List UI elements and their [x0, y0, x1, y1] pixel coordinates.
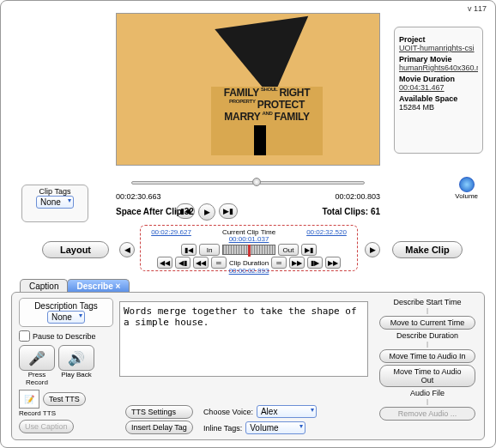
go-start-button[interactable]: ▮◀: [181, 244, 197, 256]
volume-knob-icon[interactable]: [459, 177, 475, 192]
description-textarea[interactable]: Words merge together to take the shape o…: [119, 301, 368, 377]
move-time-audio-out-button[interactable]: Move Time to Audio Out: [379, 365, 475, 387]
play-back-label: Play Back: [58, 371, 94, 386]
tab-describe[interactable]: Describe ×: [67, 279, 130, 293]
description-tags-title: Description Tags: [22, 301, 110, 311]
record-tts-icon[interactable]: 📝: [19, 390, 39, 409]
primary-movie-value[interactable]: humanRights640x360.m: [399, 64, 478, 72]
pause-to-describe-label: Pause to Describe: [33, 332, 96, 341]
use-caption-button[interactable]: Use Caption: [19, 420, 74, 433]
remove-audio-button[interactable]: Remove Audio ...: [379, 407, 475, 421]
main-scrubber[interactable]: [116, 176, 380, 190]
tts-settings-button[interactable]: TTS Settings: [125, 405, 193, 419]
total-clips-value: 61: [371, 207, 380, 216]
space-after-label: Space After Clip 32: [116, 207, 194, 216]
tab-caption[interactable]: Caption: [20, 279, 68, 293]
prev-clip-button[interactable]: ◀: [119, 242, 135, 257]
clip-tags-title: Clip Tags: [26, 187, 84, 196]
inline-tags-select[interactable]: Volume: [245, 421, 305, 434]
clip-duration-label: Clip Duration: [229, 259, 269, 267]
clip-out-time[interactable]: 00:02:32.520: [306, 228, 347, 236]
set-in-button[interactable]: In: [199, 244, 220, 256]
describe-duration-label: Describe Duration: [376, 331, 479, 340]
scrubber-time-right: 00:02:00.803: [335, 192, 380, 201]
describe-start-time-label: Describe Start Time: [376, 298, 479, 306]
project-label: Project: [399, 35, 478, 44]
next-clip-button[interactable]: ▶: [365, 242, 380, 257]
info-panel: Project UOIT-humanrights-csi Primary Mov…: [394, 27, 483, 154]
tabs: Caption Describe ×: [20, 279, 129, 293]
description-tags-panel: Description Tags None: [19, 298, 113, 327]
move-to-current-time-button[interactable]: Move to Current Time: [379, 316, 475, 330]
available-space-value: 15284 MB: [399, 103, 478, 112]
microphone-icon: 🎤: [28, 350, 45, 366]
video-art-words: FAMILYSHOULRIGHTPROPERTYPROTECTMARRYANDF…: [211, 87, 323, 155]
description-tags-select[interactable]: None: [47, 311, 85, 324]
current-clip-time-value: 00:00:01.037: [229, 235, 269, 243]
rewind-button[interactable]: ◀◀: [193, 257, 209, 269]
jog-wheel[interactable]: [222, 245, 275, 255]
video-preview: FAMILYSHOULRIGHTPROPERTYPROTECTMARRYANDF…: [116, 13, 380, 166]
go-end-button[interactable]: ▶▮: [301, 244, 317, 256]
frame-back-button[interactable]: ◀▮: [175, 257, 191, 269]
insert-delay-tag-button[interactable]: Insert Delay Tag: [125, 421, 193, 434]
clip-tags-select[interactable]: None: [36, 196, 74, 209]
scrubber-thumb[interactable]: [252, 178, 261, 186]
movie-duration-label: Movie Duration: [399, 75, 478, 83]
clip-tags-panel: Clip Tags None: [21, 185, 88, 222]
record-tts-label: Record TTS: [19, 409, 113, 417]
audio-file-label: Audio File: [376, 389, 479, 397]
version-label: v 117: [468, 4, 487, 13]
test-tts-button[interactable]: Test TTS: [43, 392, 86, 406]
set-out-button[interactable]: Out: [278, 244, 299, 256]
choose-voice-select[interactable]: Alex: [257, 405, 317, 418]
movie-duration-value: 00:04:31.467: [399, 83, 478, 92]
clip-in-time[interactable]: 00:02:29.627: [151, 228, 191, 236]
video-art-door: [254, 125, 266, 155]
clip-duration-value: 00:00:02.893: [229, 267, 269, 275]
fastfwd-button[interactable]: ▶▶: [289, 257, 305, 269]
layout-button[interactable]: Layout: [42, 241, 109, 258]
describe-panel: Description Tags None Pause to Describe …: [11, 292, 485, 440]
scrubber-time-left: 00:02:30.663: [116, 192, 161, 201]
make-clip-button[interactable]: Make Clip: [392, 241, 463, 258]
move-time-audio-in-button[interactable]: Move Time to Audio In: [379, 349, 475, 363]
clip-editor: 00:02:29.627 Current Clip Time 00:02:32.…: [140, 225, 358, 271]
skip-prev-button[interactable]: ◀◀: [157, 257, 172, 269]
frame-fwd-button[interactable]: ▮▶: [307, 257, 323, 269]
project-value[interactable]: UOIT-humanrights-csi: [399, 44, 478, 52]
pause-button[interactable]: ═: [211, 257, 227, 269]
tab-close-icon[interactable]: ×: [116, 282, 121, 291]
speaker-icon: 🔊: [68, 350, 85, 366]
press-record-label: Press Record: [19, 371, 55, 386]
available-space-label: Available Space: [399, 94, 478, 103]
skip-next-button[interactable]: ▶▶: [325, 257, 341, 269]
volume-control[interactable]: Volume: [455, 177, 478, 200]
press-record-button[interactable]: 🎤: [19, 345, 55, 371]
volume-label: Volume: [455, 192, 478, 200]
total-clips-label: Total Clips:: [322, 207, 368, 216]
choose-voice-label: Choose Voice:: [203, 408, 253, 416]
inline-tags-label: Inline Tags:: [203, 424, 242, 433]
pause2-button[interactable]: ═: [271, 257, 287, 269]
play-back-button[interactable]: 🔊: [58, 345, 94, 371]
primary-movie-label: Primary Movie: [399, 55, 478, 64]
pause-to-describe-checkbox[interactable]: [19, 330, 30, 342]
